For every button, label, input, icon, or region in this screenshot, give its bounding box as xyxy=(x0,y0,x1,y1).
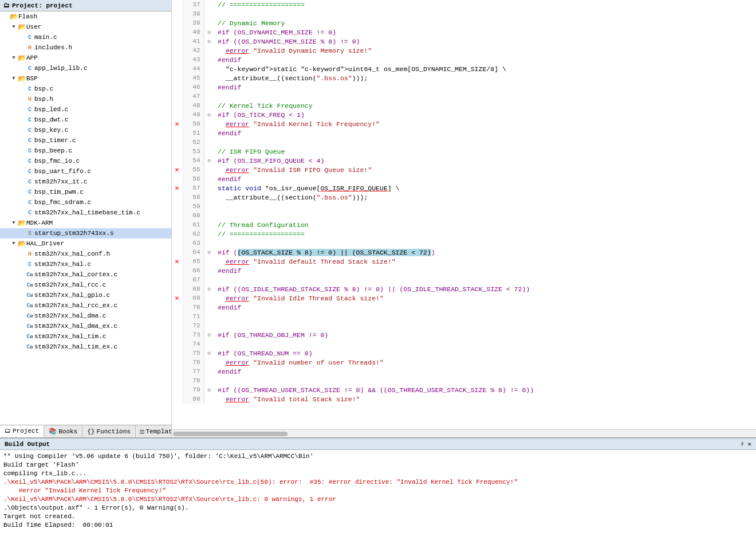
fold-btn-79[interactable]: ⊟ xyxy=(208,387,211,393)
tree-item-main_c[interactable]: C main.c xyxy=(0,32,171,42)
tree-item-stm32h7xx_hal_tim_ex_c[interactable]: C⚙ stm32h7xx_hal_tim_ex.c xyxy=(0,342,171,352)
fold-btn-73[interactable]: ⊟ xyxy=(208,332,211,338)
tree-item-bsp_c[interactable]: C bsp.c xyxy=(0,84,171,94)
fold-49[interactable]: ⊟ xyxy=(204,110,214,119)
code-content-71[interactable] xyxy=(214,312,756,321)
code-content-79[interactable]: #if ((OS_THREAD_USER_STACK_SIZE != 0) &&… xyxy=(214,385,756,394)
code-content-51[interactable]: #endif xyxy=(214,128,756,138)
fold-41[interactable]: ⊟ xyxy=(204,37,214,46)
code-content-52[interactable] xyxy=(214,138,756,147)
code-content-66[interactable]: #endif xyxy=(214,266,756,275)
tree-item-flash[interactable]: 📂 Flash xyxy=(0,11,171,22)
tree-item-bsp_fmc_io_c[interactable]: C bsp_fmc_io.c xyxy=(0,156,171,166)
code-content-48[interactable]: // Kernel Tick Frequency xyxy=(214,101,756,110)
code-content-75[interactable]: #if (OS_THREAD_NUM == 0) xyxy=(214,349,756,358)
code-content-42[interactable]: #error "Invalid Dynamic Memory size!" xyxy=(214,46,756,55)
tree-item-bsp_dwt_c[interactable]: C bsp_dwt.c xyxy=(0,115,171,125)
code-content-77[interactable]: #endif xyxy=(214,367,756,376)
tree-item-app[interactable]: ▼📂 APP xyxy=(0,53,171,63)
tree-item-bsp_timer_c[interactable]: C bsp_timer.c xyxy=(0,135,171,146)
code-content-70[interactable]: #endif xyxy=(214,303,756,312)
code-content-72[interactable] xyxy=(214,321,756,330)
code-content-60[interactable] xyxy=(214,211,756,220)
code-content-62[interactable]: // =================== xyxy=(214,229,756,238)
code-content-40[interactable]: #if (OS_DYNAMIC_MEM_SIZE != 0) xyxy=(214,28,756,37)
tree-item-bsp_led_c[interactable]: C bsp_led.c xyxy=(0,104,171,115)
tree-item-stm32h7xx_hal_gpio_c[interactable]: C⚙ stm32h7xx_hal_gpio.c xyxy=(0,290,171,300)
code-content-43[interactable]: #endif xyxy=(214,55,756,64)
fold-btn-54[interactable]: ⊟ xyxy=(208,158,211,164)
code-content-53[interactable]: // ISR FIFO Queue xyxy=(214,147,756,156)
fold-btn-64[interactable]: ⊟ xyxy=(208,250,211,256)
close-build-button[interactable]: ✕ xyxy=(747,440,751,448)
code-content-50[interactable]: #error "Invalid Kernel Tick Frequency!" xyxy=(214,119,756,128)
fold-btn-49[interactable]: ⊟ xyxy=(208,112,211,118)
tree-item-stm32h7xx_hal_rcc_c[interactable]: C⚙ stm32h7xx_hal_rcc.c xyxy=(0,280,171,290)
code-content-73[interactable]: #if (OS_THREAD_OBJ_MEM != 0) xyxy=(214,330,756,339)
code-content-38[interactable] xyxy=(214,9,756,18)
code-content-68[interactable]: #if ((OS_IDLE_THREAD_STACK_SIZE % 8) != … xyxy=(214,284,756,293)
code-content-69[interactable]: #error "Invalid Idle Thread Stack size!" xyxy=(214,293,756,303)
code-content-39[interactable]: // Dynamic Memory xyxy=(214,18,756,28)
fold-75[interactable]: ⊟ xyxy=(204,349,214,358)
tree-expander-user[interactable]: ▼ xyxy=(10,24,17,30)
code-content-80[interactable]: #error "Invalid total Stack size!" xyxy=(214,394,756,404)
tree-item-stm32h7xx_hal_tim_c[interactable]: C⚙ stm32h7xx_hal_tim.c xyxy=(0,331,171,342)
fold-btn-68[interactable]: ⊟ xyxy=(208,287,211,292)
fold-btn-41[interactable]: ⊟ xyxy=(208,39,211,45)
code-content-78[interactable] xyxy=(214,376,756,385)
left-tab-templates[interactable]: ◫Templates xyxy=(136,425,172,437)
code-content-47[interactable] xyxy=(214,92,756,101)
tree-item-bsp_uart_fifo_c[interactable]: C bsp_uart_fifo.c xyxy=(0,166,171,177)
tree-item-stm32h7xx_hal_timebase_tim_c[interactable]: C stm32h7xx_hal_timebase_tim.c xyxy=(0,208,171,218)
tree-expander-hal_driver[interactable]: ▼ xyxy=(10,241,17,246)
left-tab-project[interactable]: 🗂Project xyxy=(0,425,44,437)
code-content-76[interactable]: #error "Invalid number of user Threads!" xyxy=(214,358,756,367)
scrollbar-thumb[interactable] xyxy=(173,432,288,436)
fold-79[interactable]: ⊟ xyxy=(204,385,214,394)
code-content-49[interactable]: #if (OS_TICK_FREQ < 1) xyxy=(214,110,756,119)
tree-item-stm32h7xx_hal_dma_c[interactable]: C⚙ stm32h7xx_hal_dma.c xyxy=(0,311,171,321)
code-content-55[interactable]: #error "Invalid ISR FIFO Queue size!" xyxy=(214,165,756,174)
left-tab-books[interactable]: 📚Books xyxy=(44,425,82,437)
code-content-46[interactable]: #endif xyxy=(214,83,756,92)
code-content-37[interactable]: // =================== xyxy=(214,0,756,9)
tree-item-stm32h7xx_hal_rcc_ex_c[interactable]: C⚙ stm32h7xx_hal_rcc_ex.c xyxy=(0,300,171,311)
tree-item-includes_h[interactable]: H includes.h xyxy=(0,42,171,53)
tree-item-stm32h7xx_hal_conf_h[interactable]: H stm32h7xx_hal_conf.h xyxy=(0,249,171,259)
tree-item-bsp[interactable]: ▼📂 BSP xyxy=(0,73,171,84)
code-content-63[interactable] xyxy=(214,238,756,248)
tree-item-bsp_h[interactable]: H bsp.h xyxy=(0,94,171,104)
tree-item-bsp_key_c[interactable]: C bsp_key.c xyxy=(0,125,171,135)
fold-73[interactable]: ⊟ xyxy=(204,330,214,339)
code-content-65[interactable]: #error "Invalid default Thread Stack siz… xyxy=(214,257,756,266)
tree-expander-mdk_arm[interactable]: ▼ xyxy=(10,220,17,226)
tree-expander-bsp[interactable]: ▼ xyxy=(10,76,17,81)
code-content-64[interactable]: #if ((OS_STACK_SIZE % 8) != 0) || (OS_ST… xyxy=(214,248,756,257)
tree-item-stm32h7xx_hal_dma_ex_c[interactable]: C⚙ stm32h7xx_hal_dma_ex.c xyxy=(0,321,171,331)
code-content-44[interactable]: "c-keyword">static "c-keyword">uint64_t … xyxy=(214,64,756,73)
tree-item-startup_stm32h743xx_s[interactable]: S startup_stm32h743xx.s xyxy=(0,228,171,238)
left-tab-functions[interactable]: {}Functions xyxy=(82,425,136,437)
tree-item-stm32h7xx_it_c[interactable]: C stm32h7xx_it.c xyxy=(0,177,171,187)
tree-expander-app[interactable]: ▼ xyxy=(10,55,17,61)
tree-item-bsp_beep_c[interactable]: C bsp_beep.c xyxy=(0,146,171,156)
code-content-58[interactable]: __attribute__((section(".bss.os"))); xyxy=(214,193,756,202)
horizontal-scrollbar[interactable] xyxy=(172,429,756,437)
code-content-56[interactable]: #endif xyxy=(214,174,756,183)
code-content-57[interactable]: static void *os_isr_queue[OS_ISR_FIFO_QU… xyxy=(214,183,756,193)
tree-item-stm32h7xx_hal_c[interactable]: C stm32h7xx_hal.c xyxy=(0,259,171,269)
tree-item-bsp_fmc_sdram_c[interactable]: C bsp_fmc_sdram.c xyxy=(0,197,171,208)
fold-54[interactable]: ⊟ xyxy=(204,156,214,165)
tree-item-hal_driver[interactable]: ▼📂 HAL_Driver xyxy=(0,238,171,249)
fold-btn-40[interactable]: ⊟ xyxy=(208,30,211,36)
pin-button[interactable]: ♯ xyxy=(741,440,745,448)
fold-68[interactable]: ⊟ xyxy=(204,284,214,293)
tree-item-user[interactable]: ▼📂 User xyxy=(0,22,171,32)
tree-item-bsp_tim_pwm_c[interactable]: C bsp_tim_pwm.c xyxy=(0,187,171,197)
fold-64[interactable]: ⊟ xyxy=(204,248,214,257)
code-content-45[interactable]: __attribute__((section(".bss.os"))); xyxy=(214,73,756,83)
code-content-61[interactable]: // Thread Configuration xyxy=(214,220,756,229)
code-content-54[interactable]: #if (OS_ISR_FIFO_QUEUE < 4) xyxy=(214,156,756,165)
tree-item-mdk_arm[interactable]: ▼📂 MDK-ARM xyxy=(0,218,171,228)
